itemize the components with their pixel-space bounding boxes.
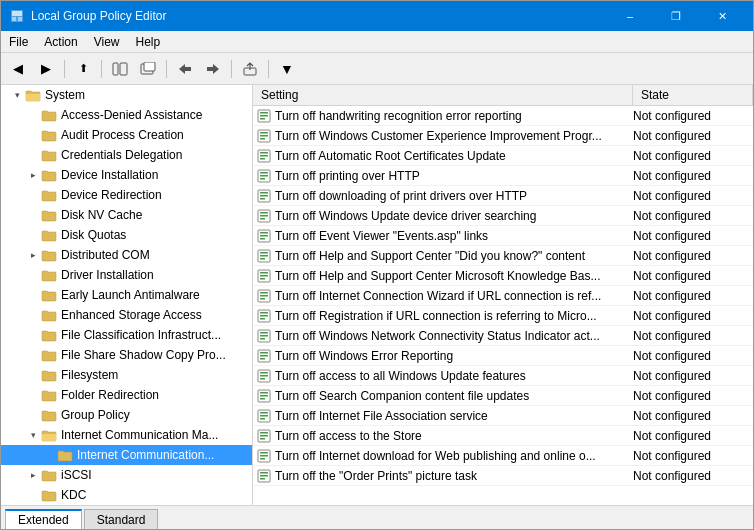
tree-item-disk-nv[interactable]: Disk NV Cache [1, 205, 252, 225]
list-row[interactable]: Turn off Internet File Association servi… [253, 406, 753, 426]
tree-expander-access-denied[interactable] [25, 107, 41, 123]
list-row-state: Not configured [633, 129, 753, 143]
list-row-text: Turn off Registration if URL connection … [275, 309, 633, 323]
toolbar-separator-1 [64, 60, 65, 78]
list-row[interactable]: Turn off access to all Windows Update fe… [253, 366, 753, 386]
tree-expander-group-policy[interactable] [25, 407, 41, 423]
forward-button[interactable]: ▶ [33, 57, 59, 81]
svg-rect-10 [260, 112, 268, 114]
tree-expander-iscsi[interactable]: ▸ [25, 467, 41, 483]
tree-item-file-share[interactable]: File Share Shadow Copy Pro... [1, 345, 252, 365]
tree-expander-enhanced-storage[interactable] [25, 307, 41, 323]
tab-extended[interactable]: Extended [5, 509, 82, 529]
tree-item-access-denied[interactable]: Access-Denied Assistance [1, 105, 252, 125]
tree-expander-internet-comm-child[interactable] [41, 447, 57, 463]
list-row[interactable]: Turn off Windows Update device driver se… [253, 206, 753, 226]
close-button[interactable]: ✕ [699, 1, 745, 31]
list-row-icon [253, 169, 275, 183]
list-row[interactable]: Turn off Internet Connection Wizard if U… [253, 286, 753, 306]
list-row[interactable]: Turn off Windows Customer Experience Imp… [253, 126, 753, 146]
svg-rect-74 [260, 432, 268, 434]
back-button[interactable]: ◀ [5, 57, 31, 81]
tree-item-early-launch[interactable]: Early Launch Antimalware [1, 285, 252, 305]
tree-expander-dist-com[interactable]: ▸ [25, 247, 41, 263]
tree-item-group-policy[interactable]: Group Policy [1, 405, 252, 425]
menu-help[interactable]: Help [128, 31, 169, 53]
tree-expander-disk-quota[interactable] [25, 227, 41, 243]
tree-expander-filesystem[interactable] [25, 367, 41, 383]
show-hide-console-tree[interactable] [107, 57, 133, 81]
tree-item-system[interactable]: ▾System [1, 85, 252, 105]
list-row[interactable]: Turn off downloading of print drivers ov… [253, 186, 753, 206]
list-row[interactable]: Turn off access to the StoreNot configur… [253, 426, 753, 446]
up-button[interactable]: ⬆ [70, 57, 96, 81]
tree-expander-device-install[interactable]: ▸ [25, 167, 41, 183]
tree-item-folder-redir[interactable]: Folder Redirection [1, 385, 252, 405]
header-state[interactable]: State [633, 85, 753, 105]
svg-rect-22 [260, 172, 268, 174]
menu-action[interactable]: Action [36, 31, 85, 53]
new-window-button[interactable] [135, 57, 161, 81]
tree-item-file-class[interactable]: File Classification Infrastruct... [1, 325, 252, 345]
svg-rect-2 [12, 17, 16, 21]
tree-expander-credentials[interactable] [25, 147, 41, 163]
list-row[interactable]: Turn off Help and Support Center Microso… [253, 266, 753, 286]
filter-button[interactable]: ▼ [274, 57, 300, 81]
export-button[interactable] [237, 57, 263, 81]
tree-expander-device-redir[interactable] [25, 187, 41, 203]
list-row[interactable]: Turn off Automatic Root Certificates Upd… [253, 146, 753, 166]
tree-item-kdc[interactable]: KDC [1, 485, 252, 505]
tree-item-dist-com[interactable]: ▸Distributed COM [1, 245, 252, 265]
list-row[interactable]: Turn off Windows Network Connectivity St… [253, 326, 753, 346]
tree-item-iscsi[interactable]: ▸iSCSI [1, 465, 252, 485]
folder-icon-internet-comm-child [57, 448, 73, 462]
list-row[interactable]: Turn off Help and Support Center "Did yo… [253, 246, 753, 266]
tree-item-filesystem[interactable]: Filesystem [1, 365, 252, 385]
tree-item-device-redir[interactable]: Device Redirection [1, 185, 252, 205]
title-bar: Local Group Policy Editor – ❐ ✕ [1, 1, 753, 31]
minimize-button[interactable]: – [607, 1, 653, 31]
toolbar-separator-2 [101, 60, 102, 78]
tree-expander-internet-comm[interactable]: ▾ [25, 427, 41, 443]
back-toolbar[interactable] [172, 57, 198, 81]
tree-expander-folder-redir[interactable] [25, 387, 41, 403]
tree-expander-disk-nv[interactable] [25, 207, 41, 223]
svg-rect-44 [260, 278, 265, 280]
folder-icon-file-share [41, 348, 57, 362]
tree-expander-file-class[interactable] [25, 327, 41, 343]
tree-label-disk-nv: Disk NV Cache [61, 208, 142, 222]
tree-item-audit-process[interactable]: Audit Process Creation [1, 125, 252, 145]
svg-rect-19 [260, 155, 268, 157]
list-row[interactable]: Turn off the "Order Prints" picture task… [253, 466, 753, 486]
list-row[interactable]: Turn off handwriting recognition error r… [253, 106, 753, 126]
tree-expander-system[interactable]: ▾ [9, 87, 25, 103]
menu-view[interactable]: View [86, 31, 128, 53]
tree-expander-audit-process[interactable] [25, 127, 41, 143]
tree-item-enhanced-storage[interactable]: Enhanced Storage Access [1, 305, 252, 325]
tree-expander-early-launch[interactable] [25, 287, 41, 303]
tree-item-disk-quota[interactable]: Disk Quotas [1, 225, 252, 245]
list-row-icon [253, 329, 275, 343]
tree-item-device-install[interactable]: ▸Device Installation [1, 165, 252, 185]
list-row[interactable]: Turn off Event Viewer "Events.asp" links… [253, 226, 753, 246]
list-row[interactable]: Turn off printing over HTTPNot configure… [253, 166, 753, 186]
tree-item-internet-comm[interactable]: ▾Internet Communication Ma... [1, 425, 252, 445]
forward-toolbar[interactable] [200, 57, 226, 81]
tree-item-internet-comm-child[interactable]: Internet Communication... [1, 445, 252, 465]
list-row[interactable]: Turn off Internet download for Web publi… [253, 446, 753, 466]
tree-expander-file-share[interactable] [25, 347, 41, 363]
list-row-state: Not configured [633, 469, 753, 483]
list-row-icon [253, 209, 275, 223]
tree-item-driver-install[interactable]: Driver Installation [1, 265, 252, 285]
menu-file[interactable]: File [1, 31, 36, 53]
list-row-icon [253, 409, 275, 423]
tree-expander-kdc[interactable] [25, 487, 41, 503]
list-row[interactable]: Turn off Registration if URL connection … [253, 306, 753, 326]
list-row[interactable]: Turn off Windows Error ReportingNot conf… [253, 346, 753, 366]
maximize-button[interactable]: ❐ [653, 1, 699, 31]
header-setting[interactable]: Setting [253, 85, 633, 105]
tree-expander-driver-install[interactable] [25, 267, 41, 283]
tab-standard[interactable]: Standard [84, 509, 159, 529]
tree-item-credentials[interactable]: Credentials Delegation [1, 145, 252, 165]
list-row[interactable]: Turn off Search Companion content file u… [253, 386, 753, 406]
